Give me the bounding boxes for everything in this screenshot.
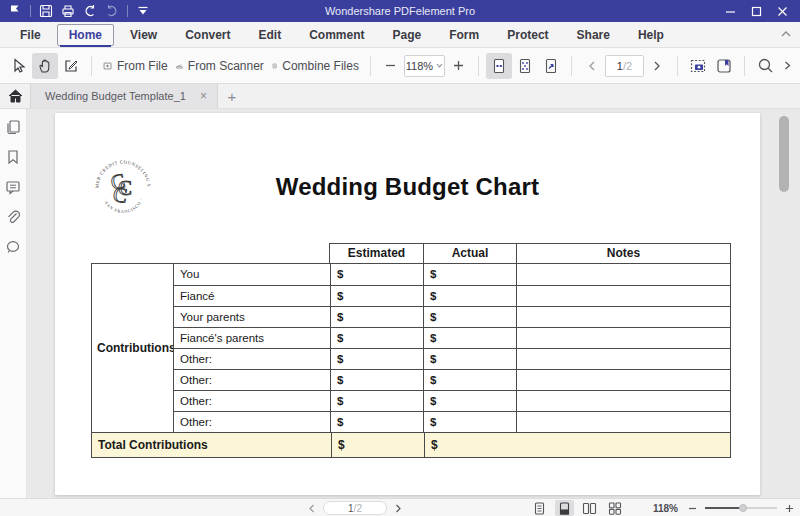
notes-cell[interactable]: [516, 285, 730, 306]
actual-cell[interactable]: $: [423, 264, 516, 285]
zoom-in-button[interactable]: [445, 53, 471, 79]
estimated-cell[interactable]: $: [330, 411, 423, 432]
menu-item-comment[interactable]: Comment: [297, 24, 376, 46]
view-facing-pages-icon[interactable]: [580, 500, 599, 516]
total-estimated-cell[interactable]: $: [331, 433, 424, 457]
notes-cell[interactable]: [516, 390, 730, 411]
document-title: Wedding Budget Chart: [55, 173, 760, 201]
menu-item-form[interactable]: Form: [437, 24, 491, 46]
actual-size-button[interactable]: [538, 53, 564, 79]
tab-close-icon[interactable]: ×: [200, 89, 207, 103]
combine-files-button[interactable]: Combine Files: [268, 53, 363, 79]
actual-cell[interactable]: $: [423, 306, 516, 327]
thumbnails-panel-icon[interactable]: [5, 119, 21, 135]
row-label: Other:: [173, 369, 330, 390]
new-tab-button[interactable]: +: [218, 84, 246, 108]
total-actual-cell[interactable]: $: [424, 433, 517, 457]
collapse-toolbar-icon[interactable]: [780, 30, 792, 38]
status-zoom-out-button[interactable]: [688, 504, 697, 513]
document-tab[interactable]: Wedding Budget Template_1 ×: [30, 84, 218, 108]
previous-page-button[interactable]: [579, 53, 605, 79]
view-grid-icon[interactable]: [605, 500, 624, 516]
actual-cell[interactable]: $: [423, 348, 516, 369]
zoom-slider-knob[interactable]: [739, 504, 747, 512]
status-previous-page-button[interactable]: [308, 504, 315, 513]
status-zoom-value: 118%: [653, 503, 678, 514]
zoom-out-button[interactable]: [378, 53, 404, 79]
column-header-estimated: Estimated: [330, 244, 423, 263]
undo-icon[interactable]: [83, 4, 97, 18]
toolbar-separator: [91, 56, 92, 76]
menu-item-edit[interactable]: Edit: [247, 24, 294, 46]
actual-cell[interactable]: $: [423, 411, 516, 432]
hand-tool-button[interactable]: [32, 53, 58, 79]
notes-cell[interactable]: [516, 348, 730, 369]
estimated-cell[interactable]: $: [330, 369, 423, 390]
notes-cell[interactable]: [516, 411, 730, 432]
notes-cell[interactable]: [516, 327, 730, 348]
menu-item-view[interactable]: View: [118, 24, 169, 46]
estimated-cell[interactable]: $: [330, 264, 423, 285]
estimated-cell[interactable]: $: [330, 306, 423, 327]
row-label: Other:: [173, 348, 330, 369]
estimated-cell[interactable]: $: [330, 327, 423, 348]
tab-title: Wedding Budget Template_1: [45, 90, 186, 102]
estimated-cell[interactable]: $: [330, 390, 423, 411]
fit-width-button[interactable]: [486, 53, 512, 79]
expand-toolbar-icon[interactable]: [774, 53, 800, 79]
next-page-button[interactable]: [644, 53, 670, 79]
minimize-button[interactable]: [722, 3, 738, 19]
status-zoom-in-button[interactable]: [785, 504, 794, 513]
home-tab-button[interactable]: [0, 84, 30, 108]
actual-cell[interactable]: $: [423, 285, 516, 306]
view-single-page-icon[interactable]: [530, 500, 549, 516]
estimated-cell[interactable]: $: [330, 348, 423, 369]
group-label-contributions: Contributions: [92, 264, 173, 432]
row-label: You: [173, 264, 330, 285]
comments-panel-icon[interactable]: [5, 179, 21, 195]
actual-cell[interactable]: $: [423, 369, 516, 390]
notes-cell[interactable]: [516, 369, 730, 390]
print-icon[interactable]: [61, 4, 75, 18]
read-mode-button[interactable]: [711, 53, 737, 79]
status-next-page-button[interactable]: [395, 504, 402, 513]
status-page-number-input[interactable]: 1/2: [323, 501, 387, 515]
select-tool-button[interactable]: [6, 53, 32, 79]
table-total-row: Total Contributions $ $: [91, 432, 731, 458]
menu-item-share[interactable]: Share: [565, 24, 622, 46]
menu-item-page[interactable]: Page: [381, 24, 434, 46]
edit-tool-button[interactable]: [58, 53, 84, 79]
pdf-page[interactable]: CONSUMER CREDIT COUNSELING SERVICE · SAN…: [55, 113, 760, 495]
maximize-button[interactable]: [748, 3, 764, 19]
save-icon[interactable]: [39, 4, 53, 18]
attachments-panel-icon[interactable]: [5, 209, 21, 225]
fit-page-button[interactable]: [512, 53, 538, 79]
actual-cell[interactable]: $: [423, 327, 516, 348]
zoom-level-select[interactable]: 118%: [404, 55, 445, 77]
search-panel-icon[interactable]: [5, 239, 21, 255]
bookmarks-panel-icon[interactable]: [5, 149, 21, 165]
close-button[interactable]: [774, 3, 790, 19]
actual-cell[interactable]: $: [423, 390, 516, 411]
menu-item-file[interactable]: File: [8, 24, 53, 46]
from-file-button[interactable]: From File: [99, 53, 172, 79]
redo-icon[interactable]: [105, 4, 119, 18]
toolbar-separator: [478, 56, 479, 76]
snapshot-button[interactable]: [685, 53, 711, 79]
menu-item-home[interactable]: Home: [57, 24, 114, 46]
document-viewport: CONSUMER CREDIT COUNSELING SERVICE · SAN…: [0, 109, 800, 498]
menu-item-convert[interactable]: Convert: [173, 24, 242, 46]
page-number-input[interactable]: 1/2: [605, 55, 644, 77]
row-label: Fiancé's parents: [173, 327, 330, 348]
vertical-scrollbar[interactable]: [777, 109, 791, 498]
view-continuous-icon[interactable]: [555, 500, 574, 516]
notes-cell[interactable]: [516, 264, 730, 285]
menu-item-protect[interactable]: Protect: [495, 24, 560, 46]
menu-item-help[interactable]: Help: [626, 24, 676, 46]
from-scanner-button[interactable]: From Scanner: [172, 53, 268, 79]
estimated-cell[interactable]: $: [330, 285, 423, 306]
notes-cell[interactable]: [516, 306, 730, 327]
scrollbar-thumb[interactable]: [779, 116, 789, 192]
customize-toolbar-icon[interactable]: [136, 4, 150, 18]
zoom-slider[interactable]: [705, 501, 777, 515]
